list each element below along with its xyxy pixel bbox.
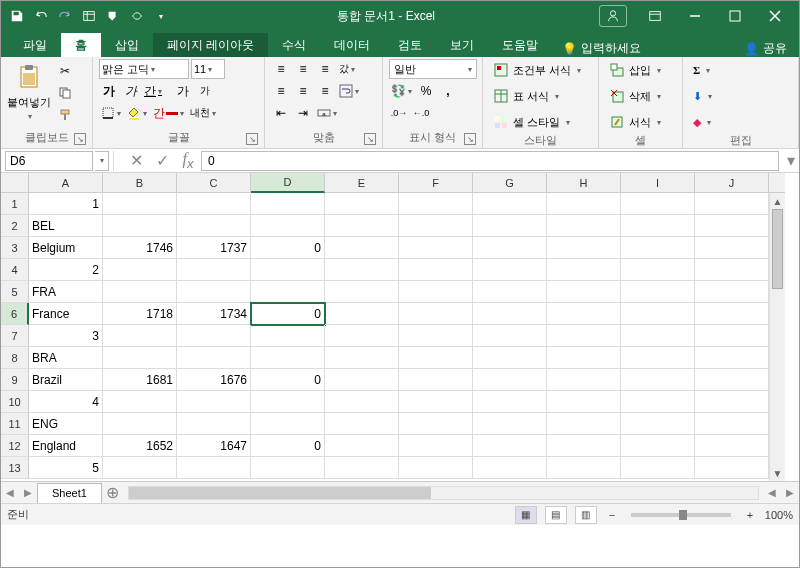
cell-A4[interactable]: 2 — [29, 259, 103, 281]
cell-G8[interactable] — [473, 347, 547, 369]
tab-data[interactable]: 데이터 — [320, 33, 384, 57]
autosum-button[interactable]: Σ▾ — [689, 59, 714, 81]
cell-F3[interactable] — [399, 237, 473, 259]
cell-E7[interactable] — [325, 325, 399, 347]
fill-color-button[interactable]: ▾ — [125, 103, 149, 123]
tab-insert[interactable]: 삽입 — [101, 33, 153, 57]
row-header-8[interactable]: 8 — [1, 347, 29, 369]
indent-decrease-button[interactable]: ⇤ — [271, 103, 291, 123]
cell-I9[interactable] — [621, 369, 695, 391]
cell-J8[interactable] — [695, 347, 769, 369]
cell-J9[interactable] — [695, 369, 769, 391]
cell-H5[interactable] — [547, 281, 621, 303]
vertical-scrollbar[interactable]: ▲ ▼ — [769, 193, 785, 481]
expand-formula-bar[interactable]: ▾ — [783, 151, 799, 171]
increase-decimal-button[interactable]: .0→ — [389, 103, 409, 123]
indent-increase-button[interactable]: ⇥ — [293, 103, 313, 123]
cell-H6[interactable] — [547, 303, 621, 325]
zoom-out-button[interactable]: − — [605, 508, 619, 522]
cell-A1[interactable]: 1 — [29, 193, 103, 215]
cell-G10[interactable] — [473, 391, 547, 413]
cell-H9[interactable] — [547, 369, 621, 391]
cell-D13[interactable] — [251, 457, 325, 479]
tab-view[interactable]: 보기 — [436, 33, 488, 57]
font-name-combo[interactable]: 맑은 고딕▾ — [99, 59, 189, 79]
clear-button[interactable]: ◆▾ — [689, 111, 715, 133]
paste-button[interactable]: 붙여넣기 ▾ — [7, 59, 51, 121]
wrap-text-button[interactable]: ▾ — [337, 81, 361, 101]
cell-G4[interactable] — [473, 259, 547, 281]
cell-I12[interactable] — [621, 435, 695, 457]
comma-button[interactable]: , — [438, 81, 458, 101]
cell-E10[interactable] — [325, 391, 399, 413]
normal-view-button[interactable]: ▦ — [515, 506, 537, 524]
align-left-button[interactable]: ≡ — [271, 81, 291, 101]
cell-A8[interactable]: BRA — [29, 347, 103, 369]
cell-A2[interactable]: BEL — [29, 215, 103, 237]
row-header-3[interactable]: 3 — [1, 237, 29, 259]
cell-C7[interactable] — [177, 325, 251, 347]
align-center-button[interactable]: ≡ — [293, 81, 313, 101]
cell-G6[interactable] — [473, 303, 547, 325]
cell-G5[interactable] — [473, 281, 547, 303]
cell-G13[interactable] — [473, 457, 547, 479]
cell-D1[interactable] — [251, 193, 325, 215]
number-format-combo[interactable]: 일반▾ — [389, 59, 477, 79]
orientation-button[interactable]: 갔▾ — [337, 59, 357, 79]
cell-I10[interactable] — [621, 391, 695, 413]
cell-C1[interactable] — [177, 193, 251, 215]
row-header-6[interactable]: 6 — [1, 303, 29, 325]
cell-G12[interactable] — [473, 435, 547, 457]
align-bottom-button[interactable]: ≡ — [315, 59, 335, 79]
cell-H11[interactable] — [547, 413, 621, 435]
row-header-10[interactable]: 10 — [1, 391, 29, 413]
column-header-H[interactable]: H — [547, 173, 621, 193]
cell-G7[interactable] — [473, 325, 547, 347]
undo-icon[interactable] — [29, 4, 53, 28]
cell-I13[interactable] — [621, 457, 695, 479]
column-header-F[interactable]: F — [399, 173, 473, 193]
cell-B10[interactable] — [103, 391, 177, 413]
decrease-decimal-button[interactable]: ←.0 — [411, 103, 431, 123]
sheet-nav-prev[interactable]: ◀ — [1, 484, 19, 502]
page-layout-view-button[interactable]: ▤ — [545, 506, 567, 524]
sheet-tab-1[interactable]: Sheet1 — [37, 483, 102, 503]
cancel-formula-button[interactable]: ✕ — [123, 151, 149, 171]
table-format-button[interactable]: 표 서식▾ — [489, 85, 563, 107]
row-header-5[interactable]: 5 — [1, 281, 29, 303]
cell-C9[interactable]: 1676 — [177, 369, 251, 391]
cell-J2[interactable] — [695, 215, 769, 237]
column-header-A[interactable]: A — [29, 173, 103, 193]
cell-J1[interactable] — [695, 193, 769, 215]
cell-E2[interactable] — [325, 215, 399, 237]
redo-icon[interactable] — [53, 4, 77, 28]
cell-D4[interactable] — [251, 259, 325, 281]
cells-area[interactable]: 1BELBelgium1746173702FRAFrance1718173403… — [29, 193, 769, 481]
name-box[interactable]: D6 — [5, 151, 93, 171]
cell-I1[interactable] — [621, 193, 695, 215]
font-color-button[interactable]: 간▾ — [151, 103, 186, 123]
cell-B3[interactable]: 1746 — [103, 237, 177, 259]
column-header-C[interactable]: C — [177, 173, 251, 193]
merge-button[interactable]: a▾ — [315, 103, 339, 123]
row-header-11[interactable]: 11 — [1, 413, 29, 435]
cell-A3[interactable]: Belgium — [29, 237, 103, 259]
horizontal-scrollbar[interactable] — [128, 486, 759, 500]
cell-I3[interactable] — [621, 237, 695, 259]
cell-I7[interactable] — [621, 325, 695, 347]
grow-font-button[interactable]: 가 — [173, 81, 193, 101]
cell-E3[interactable] — [325, 237, 399, 259]
format-painter-button[interactable] — [55, 105, 75, 125]
cell-J10[interactable] — [695, 391, 769, 413]
row-header-2[interactable]: 2 — [1, 215, 29, 237]
cell-A5[interactable]: FRA — [29, 281, 103, 303]
cell-E4[interactable] — [325, 259, 399, 281]
column-header-G[interactable]: G — [473, 173, 547, 193]
cell-C12[interactable]: 1647 — [177, 435, 251, 457]
cell-C3[interactable]: 1737 — [177, 237, 251, 259]
tab-review[interactable]: 검토 — [384, 33, 436, 57]
cell-C11[interactable] — [177, 413, 251, 435]
row-header-13[interactable]: 13 — [1, 457, 29, 479]
shrink-font-button[interactable]: 가 — [195, 81, 215, 101]
cell-J11[interactable] — [695, 413, 769, 435]
